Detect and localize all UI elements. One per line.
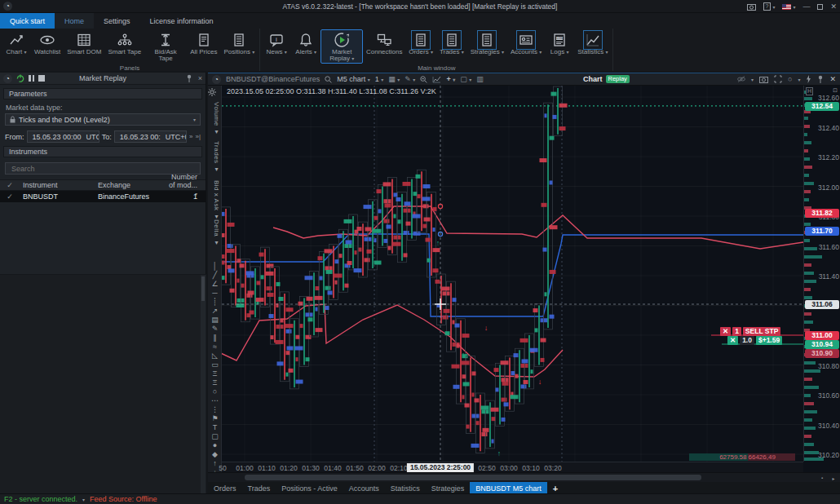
drawing-tool-8[interactable]: ∥	[208, 334, 222, 342]
add-tab-button[interactable]: +	[547, 482, 564, 494]
ribbon-button-bid-ask-tape[interactable]: Bid/Ask Tape	[144, 29, 187, 64]
ribbon-button-watchlist[interactable]: Watchlist	[31, 29, 64, 64]
candle[interactable]	[256, 247, 274, 307]
candle[interactable]	[551, 86, 568, 136]
close-chart-icon[interactable]: ✕	[829, 75, 836, 83]
step-forward-icon[interactable]: »	[189, 133, 192, 140]
ribbon-button-market-replay[interactable]: Market Replay ▾	[321, 29, 363, 64]
panels-grid-icon[interactable]: ▦ ▾	[388, 75, 400, 83]
drawing-tool-1[interactable]: ╱	[208, 271, 222, 279]
gear-icon[interactable]	[208, 88, 222, 96]
bottom-tab-strategies[interactable]: Strategies	[426, 482, 471, 494]
camera-icon[interactable]	[759, 76, 768, 83]
minimize-icon[interactable]: —	[802, 2, 810, 11]
ribbon-button-all-prices[interactable]: All Prices	[187, 29, 220, 64]
close-panel-icon[interactable]: ×	[198, 74, 202, 82]
drawing-tool-5[interactable]: ↗	[208, 307, 222, 315]
auto-scale-icon[interactable]: H	[806, 87, 813, 95]
screenshot-icon[interactable]	[747, 3, 756, 11]
to-date-field[interactable]: 16.05.23 00: UTC+0	[114, 130, 187, 143]
ribbon-tab-home[interactable]: Home	[55, 13, 94, 29]
position-label[interactable]: ✕ 1.0 $+1.59	[727, 336, 782, 345]
theme-circle-icon[interactable]: ○	[788, 75, 792, 83]
scale-dropdown[interactable]: 1 ▾	[375, 75, 384, 83]
chart-horizontal-scrollbar[interactable]: ▪ ▸	[208, 472, 840, 482]
pin-icon[interactable]	[817, 75, 824, 83]
drawing-tool-3[interactable]: ─	[208, 289, 222, 297]
drawing-tool-7[interactable]: ✎	[208, 325, 222, 333]
candle[interactable]	[295, 296, 313, 366]
drawing-tool-2[interactable]: ∠	[208, 280, 222, 288]
bottom-tab-positions-active[interactable]: Positions - Active	[276, 482, 343, 494]
search-input[interactable]	[10, 164, 196, 174]
drawing-tool-4[interactable]: ┊	[208, 298, 222, 306]
power-icon[interactable]	[16, 74, 24, 82]
ribbon-button-news[interactable]: iNews ▾	[262, 29, 291, 64]
bottom-tab-statistics[interactable]: Statistics	[385, 482, 426, 494]
bottom-tab-orders[interactable]: Orders	[208, 482, 242, 494]
drawing-tool-19[interactable]: ▢	[208, 432, 222, 440]
link-dropdown-icon[interactable]: ▾	[751, 77, 754, 82]
sell-stop-order-label[interactable]: ✕ 1 SELL STP	[720, 327, 780, 336]
drawing-tool-9[interactable]: ≈	[208, 343, 222, 351]
drawing-pencil-icon[interactable]: ✎ ▾	[405, 75, 415, 83]
vertical-scrollbar[interactable]	[201, 275, 206, 504]
candle[interactable]	[520, 334, 535, 389]
check-icon[interactable]: ✓	[0, 181, 20, 189]
instrument-row[interactable]: ✓ BNBUSDT BinanceFutures 1	[0, 191, 206, 202]
ribbon-tab-settings[interactable]: Settings	[94, 13, 140, 29]
ribbon-button-smart-dom[interactable]: Smart DOM	[64, 29, 104, 64]
flash-icon[interactable]	[806, 75, 811, 83]
status-dropdown-icon[interactable]: ▾	[82, 497, 85, 502]
drawing-tool-13[interactable]: Ξ	[208, 378, 222, 387]
drawing-tool-17[interactable]: ⚑	[208, 414, 222, 422]
col-instrument[interactable]: Instrument	[20, 181, 95, 189]
drawing-tool-6[interactable]: ▤	[208, 316, 222, 324]
from-date-field[interactable]: 15.05.23 00:00 UTC+0	[27, 130, 99, 143]
ribbon-button-strategies[interactable]: Strategies ▾	[467, 29, 507, 64]
symbol-search-icon[interactable]	[325, 76, 332, 83]
candle[interactable]	[344, 214, 359, 270]
price-chart-plot[interactable]: ↑↑↓↑↓	[222, 86, 803, 462]
ribbon-button-smart-tape[interactable]: Smart Tape	[104, 29, 144, 64]
candle[interactable]	[413, 170, 431, 232]
ribbon-button-trades[interactable]: Trades ▾	[436, 29, 467, 64]
bottom-tab-active-chart[interactable]: BNBUSDT M5 chart	[470, 482, 546, 494]
zoom-icon[interactable]	[420, 76, 427, 83]
restore-icon[interactable]	[817, 4, 823, 10]
chart-panel-label-delta[interactable]: Delta ▾	[210, 219, 220, 246]
order-qty[interactable]: 1	[732, 327, 741, 336]
axis-settings-icon[interactable]: ⊡	[832, 87, 838, 94]
ribbon-button-orders[interactable]: Orders ▾	[405, 29, 436, 64]
drawing-tool-0[interactable]: │	[208, 262, 222, 270]
close-position-icon[interactable]: ✕	[727, 336, 738, 345]
ribbon-button-chart[interactable]: Chart ▾	[2, 29, 31, 64]
scroll-box-icon[interactable]: ▪	[819, 475, 825, 480]
drawing-tool-10[interactable]: ◺	[208, 351, 222, 360]
ribbon-tab-license-information[interactable]: License information	[140, 13, 223, 29]
chart-panel-label-volume[interactable]: Volume ▾	[210, 102, 220, 136]
drawing-tool-12[interactable]: Ξ	[208, 369, 222, 378]
candle[interactable]	[246, 267, 261, 319]
dom-columns-icon[interactable]: ▥	[476, 75, 484, 83]
add-icon[interactable]: + ▾	[446, 75, 455, 83]
chart-symbol[interactable]: BNBUSDT@BinanceFutures	[226, 75, 320, 83]
ribbon-tab-quick-start[interactable]: Quick start	[0, 13, 55, 29]
drawing-tool-16[interactable]: ⋮	[208, 405, 222, 413]
cancel-order-icon[interactable]: ✕	[720, 327, 731, 336]
ribbon-button-accounts[interactable]: Accounts ▾	[507, 29, 545, 64]
ribbon-button-logs[interactable]: LOGLogs ▾	[545, 29, 574, 64]
bottom-tab-accounts[interactable]: Accounts	[343, 482, 385, 494]
row-check-icon[interactable]: ✓	[0, 192, 20, 201]
parameters-section-header[interactable]: Parameters	[3, 88, 202, 99]
scroll-right-icon[interactable]: ▸	[830, 475, 837, 481]
col-exchange[interactable]: Exchange	[95, 181, 165, 189]
candle[interactable]	[471, 393, 489, 453]
drawing-tool-21[interactable]: ◆	[208, 450, 222, 458]
time-axis[interactable]: 5001:0001:1001:2001:3001:4001:5002:0002:…	[222, 462, 803, 472]
candle[interactable]	[325, 245, 339, 300]
skip-to-end-icon[interactable]: »|	[195, 133, 201, 140]
drawing-tool-11[interactable]: ▭	[208, 360, 222, 369]
scrollbar-thumb[interactable]	[245, 475, 701, 480]
timeframe-dropdown[interactable]: M5 chart ▾	[337, 75, 370, 83]
